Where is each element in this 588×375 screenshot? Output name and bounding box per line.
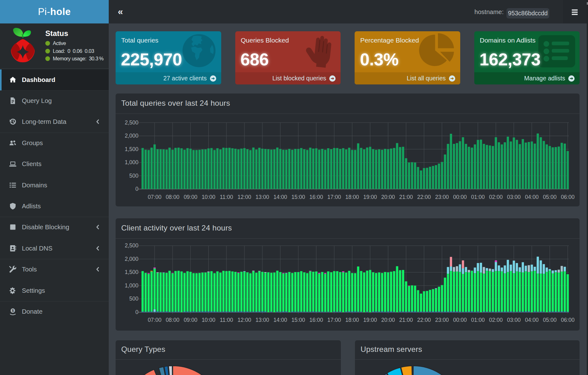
svg-text:10:00: 10:00 bbox=[202, 194, 215, 200]
svg-text:00:00: 00:00 bbox=[453, 194, 467, 200]
svg-text:10:00: 10:00 bbox=[202, 317, 215, 323]
svg-text:0: 0 bbox=[135, 309, 138, 315]
svg-text:$: $ bbox=[12, 309, 14, 312]
svg-text:19:00: 19:00 bbox=[363, 317, 377, 323]
svg-text:13:00: 13:00 bbox=[256, 317, 269, 323]
svg-text:14:00: 14:00 bbox=[273, 194, 287, 200]
svg-text:15:00: 15:00 bbox=[292, 194, 305, 200]
svg-text:23:00: 23:00 bbox=[435, 317, 449, 323]
svg-text:2,500: 2,500 bbox=[125, 242, 138, 249]
svg-text:16:00: 16:00 bbox=[309, 317, 323, 323]
svg-text:11:00: 11:00 bbox=[220, 194, 233, 200]
svg-text:2,500: 2,500 bbox=[125, 119, 138, 126]
svg-text:18:00: 18:00 bbox=[345, 317, 359, 323]
svg-text:07:00: 07:00 bbox=[148, 317, 162, 323]
svg-text:02:00: 02:00 bbox=[489, 317, 503, 323]
svg-text:500: 500 bbox=[129, 173, 138, 179]
svg-text:22:00: 22:00 bbox=[417, 194, 431, 200]
svg-text:07:00: 07:00 bbox=[148, 194, 162, 200]
svg-text:06:00: 06:00 bbox=[561, 194, 575, 200]
svg-text:12:00: 12:00 bbox=[237, 194, 251, 200]
svg-text:02:00: 02:00 bbox=[489, 194, 503, 200]
svg-text:04:00: 04:00 bbox=[525, 194, 539, 200]
svg-text:13:00: 13:00 bbox=[256, 194, 269, 200]
svg-text:05:00: 05:00 bbox=[543, 194, 557, 200]
svg-text:09:00: 09:00 bbox=[184, 194, 197, 200]
svg-text:05:00: 05:00 bbox=[543, 317, 557, 323]
svg-text:2,000: 2,000 bbox=[125, 133, 138, 139]
svg-text:1,000: 1,000 bbox=[125, 159, 138, 165]
svg-text:15:00: 15:00 bbox=[292, 317, 305, 323]
svg-text:22:00: 22:00 bbox=[417, 317, 431, 323]
svg-text:20:00: 20:00 bbox=[381, 194, 395, 200]
svg-text:0: 0 bbox=[135, 186, 138, 192]
svg-text:2,000: 2,000 bbox=[125, 256, 138, 262]
svg-text:21:00: 21:00 bbox=[399, 194, 413, 200]
svg-text:14:00: 14:00 bbox=[273, 317, 287, 323]
svg-text:12:00: 12:00 bbox=[237, 317, 251, 323]
svg-text:21:00: 21:00 bbox=[399, 317, 413, 323]
svg-text:01:00: 01:00 bbox=[471, 194, 485, 200]
svg-text:18:00: 18:00 bbox=[345, 194, 359, 200]
svg-text:17:00: 17:00 bbox=[327, 194, 341, 200]
svg-text:03:00: 03:00 bbox=[507, 317, 521, 323]
svg-text:16:00: 16:00 bbox=[309, 194, 323, 200]
svg-text:23:00: 23:00 bbox=[435, 194, 449, 200]
svg-text:08:00: 08:00 bbox=[166, 194, 179, 200]
svg-text:09:00: 09:00 bbox=[184, 317, 197, 323]
svg-text:1,500: 1,500 bbox=[125, 269, 138, 275]
svg-text:19:00: 19:00 bbox=[363, 194, 377, 200]
svg-text:01:00: 01:00 bbox=[471, 317, 485, 323]
svg-text:17:00: 17:00 bbox=[327, 317, 341, 323]
svg-text:1,500: 1,500 bbox=[125, 146, 138, 152]
svg-text:1,000: 1,000 bbox=[125, 282, 138, 289]
svg-text:03:00: 03:00 bbox=[507, 194, 521, 200]
svg-text:00:00: 00:00 bbox=[453, 317, 467, 323]
svg-text:04:00: 04:00 bbox=[525, 317, 539, 323]
svg-text:500: 500 bbox=[129, 296, 138, 302]
svg-text:08:00: 08:00 bbox=[166, 317, 179, 323]
svg-text:06:00: 06:00 bbox=[561, 317, 575, 323]
svg-text:20:00: 20:00 bbox=[381, 317, 395, 323]
svg-text:11:00: 11:00 bbox=[220, 317, 233, 323]
